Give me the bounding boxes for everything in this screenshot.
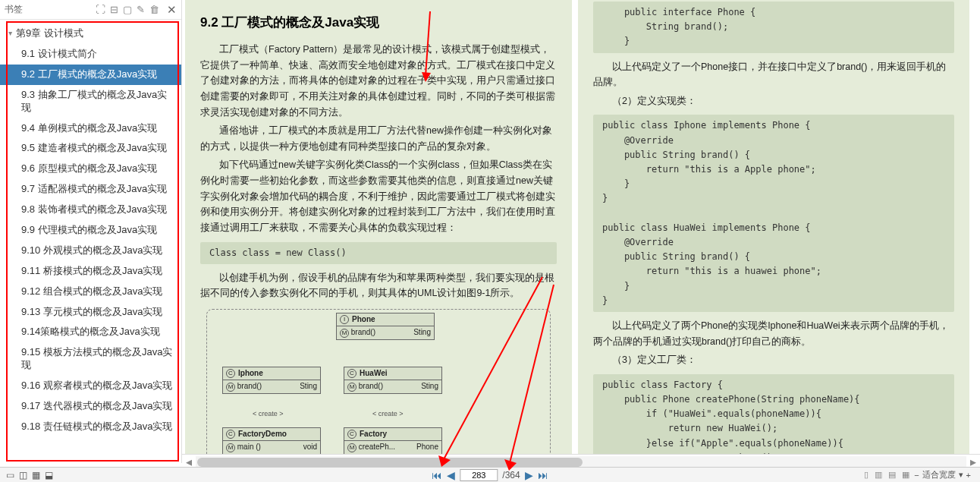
bookmarks-sidebar: 书签 ⛶ ⊟ ▢ ✎ 🗑 ✕ 第9章 设计模式 9.1 设计模式简介9.2 工厂…: [0, 0, 182, 463]
layout2-icon[interactable]: ▥: [875, 470, 882, 480]
page-left: 9.2 工厂模式的概念及Java实现 工厂模式（Factory Pattern）…: [185, 0, 572, 454]
view-tools: ▭ ◫ ▦ ⬓: [0, 470, 182, 480]
toc-item[interactable]: 9.1 设计模式简介: [0, 44, 181, 65]
paragraph: （3）定义工厂类：: [593, 352, 954, 368]
code-block: public interface Phone { String brand();…: [593, 2, 954, 53]
document-viewport: 9.2 工厂模式的概念及Java实现 工厂模式（Factory Pattern）…: [182, 0, 980, 454]
uml-class: Phone: [352, 315, 375, 323]
zoom-out-icon[interactable]: −: [914, 471, 919, 480]
paragraph: 通俗地讲，工厂模式的本质就是用工厂方法代替new操作创建一种实例化对象的方式，以…: [200, 123, 557, 154]
view4-icon[interactable]: ⬓: [45, 470, 53, 480]
zoom-controls: ▯ ▥ ▤ ▦ − 适合宽度 ▾ +: [862, 469, 971, 480]
uml-label: < create >: [253, 410, 284, 417]
status-bar: ▭ ◫ ▦ ⬓ ⏮ ◀ /364 ▶ ⏭ ▯ ▥ ▤ ▦ − 适合宽度 ▾ +: [0, 467, 980, 482]
first-page-icon[interactable]: ⏮: [432, 469, 442, 481]
toc-chapter[interactable]: 第9章 设计模式: [0, 23, 181, 44]
sidebar-title: 书签: [5, 3, 23, 16]
code-block: Class class = new Class(): [200, 242, 557, 264]
toc-item[interactable]: 9.15 模板方法模式的概念及Java实现: [0, 342, 181, 376]
collapse-icon[interactable]: ⊟: [110, 4, 118, 15]
uml-diagram: IPhoneM brand()Sting CIphoneM brand()Sti…: [206, 309, 551, 454]
layout4-icon[interactable]: ▦: [902, 470, 909, 480]
uml-class: Factory: [360, 430, 387, 438]
toc-item[interactable]: 9.3 抽象工厂模式的概念及Java实现: [0, 85, 181, 118]
toc-item[interactable]: 9.4 单例模式的概念及Java实现: [0, 118, 181, 139]
page-input[interactable]: [460, 469, 498, 481]
section-heading: 9.2 工厂模式的概念及Java实现: [200, 14, 557, 31]
scroll-thumb[interactable]: [197, 458, 583, 467]
uml-class: HuaWei: [360, 369, 388, 377]
toc-item[interactable]: 9.16 观察者模式的概念及Java实现: [0, 376, 181, 396]
last-page-icon[interactable]: ⏭: [538, 469, 548, 481]
close-icon[interactable]: ✕: [167, 3, 177, 17]
toc-item[interactable]: 9.11 桥接模式的概念及Java实现: [0, 261, 181, 282]
view2-icon[interactable]: ◫: [19, 470, 27, 480]
view1-icon[interactable]: ▭: [6, 470, 14, 480]
code-block: public class Factory { public Phone crea…: [593, 374, 954, 454]
paragraph: （2）定义实现类：: [593, 93, 954, 109]
page-right: public interface Phone { String brand();…: [578, 0, 969, 454]
paragraph: 工厂模式（Factory Pattern）是最常见的设计模式，该模式属于创建型模…: [200, 42, 557, 120]
dropdown-icon[interactable]: ▾: [959, 470, 963, 480]
fit-label[interactable]: 适合宽度: [922, 469, 956, 480]
paragraph: 如下代码通过new关键字实例化类Class的一个实例class，但如果Class…: [200, 157, 557, 235]
expand-icon[interactable]: ⛶: [96, 4, 105, 15]
toc-item[interactable]: 9.18 责任链模式的概念及Java实现: [0, 417, 181, 437]
add-icon[interactable]: ✎: [137, 4, 145, 15]
toc-item[interactable]: 9.7 适配器模式的概念及Java实现: [0, 179, 181, 200]
toc-item[interactable]: 9.13 享元模式的概念及Java实现: [0, 302, 181, 323]
paragraph: 以上代码定义了一个Phone接口，并在接口中定义了brand()，用来返回手机的…: [593, 59, 954, 90]
paragraph: 以创建手机为例，假设手机的品牌有华为和苹果两种类型，我们要实现的是根据不同的传入…: [200, 270, 557, 301]
toc-item[interactable]: 9.5 建造者模式的概念及Java实现: [0, 138, 181, 159]
bookmark-icon[interactable]: ▢: [123, 4, 132, 15]
toc: 第9章 设计模式 9.1 设计模式简介9.2 工厂模式的概念及Java实现9.3…: [0, 20, 181, 440]
toc-item[interactable]: 9.8 装饰者模式的概念及Java实现: [0, 200, 181, 220]
toc-item[interactable]: 9.17 迭代器模式的概念及Java实现: [0, 396, 181, 417]
toc-item[interactable]: 9.10 外观模式的概念及Java实现: [0, 241, 181, 261]
page-nav: ⏮ ◀ /364 ▶ ⏭: [432, 469, 548, 481]
layout1-icon[interactable]: ▯: [864, 470, 868, 480]
toc-item[interactable]: 9.12 组合模式的概念及Java实现: [0, 282, 181, 302]
code-block: public class Iphone implements Phone { @…: [593, 115, 954, 311]
uml-class: Iphone: [238, 369, 263, 377]
uml-class: FactoryDemo: [238, 430, 287, 438]
uml-label: < create >: [372, 410, 404, 417]
prev-page-icon[interactable]: ◀: [447, 469, 455, 481]
next-page-icon[interactable]: ▶: [525, 469, 533, 481]
delete-icon[interactable]: 🗑: [149, 4, 159, 15]
toc-item[interactable]: 9.14策略模式的概念及Java实现: [0, 322, 181, 342]
sidebar-tools: ⛶ ⊟ ▢ ✎ 🗑: [96, 4, 159, 15]
view3-icon[interactable]: ▦: [32, 470, 40, 480]
paragraph: 以上代码定义了两个Phone的实现类Iphone和HuaWei来表示两个品牌的手…: [593, 318, 954, 349]
toc-item[interactable]: 9.2 工厂模式的概念及Java实现: [0, 65, 181, 85]
page-total: /364: [502, 470, 520, 480]
toc-item[interactable]: 9.6 原型模式的概念及Java实现: [0, 159, 181, 179]
toc-item[interactable]: 9.9 代理模式的概念及Java实现: [0, 220, 181, 241]
sidebar-header: 书签 ⛶ ⊟ ▢ ✎ 🗑 ✕: [0, 0, 181, 20]
zoom-in-icon[interactable]: +: [966, 471, 971, 480]
layout3-icon[interactable]: ▤: [888, 470, 896, 480]
